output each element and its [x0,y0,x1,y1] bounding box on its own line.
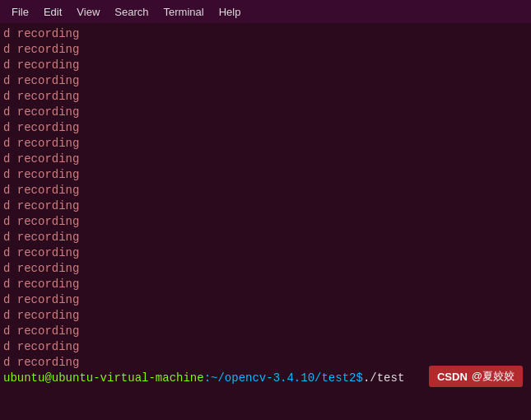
menu-help[interactable]: Help [212,3,248,21]
terminal-line: d recording [0,183,531,198]
terminal-line: d recording [0,308,531,324]
terminal-line: d recording [0,58,531,73]
terminal-line: d recording [0,167,531,183]
menu-search[interactable]: Search [108,3,155,21]
terminal-line: d recording [0,136,531,152]
terminal-line: d recording [0,245,531,261]
watermark: CSDN @夏姣姣 [429,366,523,387]
menu-view[interactable]: View [70,3,106,21]
menu-file[interactable]: File [5,3,35,21]
prompt-command: ./test [363,371,404,386]
terminal-line: d recording [0,261,531,277]
terminal-line: d recording [0,120,531,136]
csdn-brand: CSDN [437,371,468,383]
terminal-line: d recording [0,230,531,245]
terminal-line: d recording [0,42,531,58]
prompt-path: :~/opencv-3.4.10/test2$ [204,371,363,386]
terminal-line: d recording [0,292,531,308]
terminal-line: d recording [0,89,531,105]
watermark-author: @夏姣姣 [472,369,515,384]
terminal-line: d recording [0,73,531,89]
terminal-line: d recording [0,324,531,339]
terminal-line: d recording [0,214,531,230]
terminal-line: d recording [0,198,531,214]
terminal-line: d recording [0,105,531,120]
menubar: File Edit View Search Terminal Help [0,0,531,23]
menu-edit[interactable]: Edit [37,3,68,21]
terminal-line: d recording [0,277,531,292]
menu-terminal[interactable]: Terminal [157,3,211,21]
prompt-user: ubuntu@ubuntu-virtual-machine [3,371,204,386]
terminal-line: d recording [0,339,531,355]
terminal-line: d recording [0,26,531,42]
terminal-area[interactable]: d recordingd recordingd recordingd recor… [0,23,531,420]
terminal-line: d recording [0,152,531,167]
